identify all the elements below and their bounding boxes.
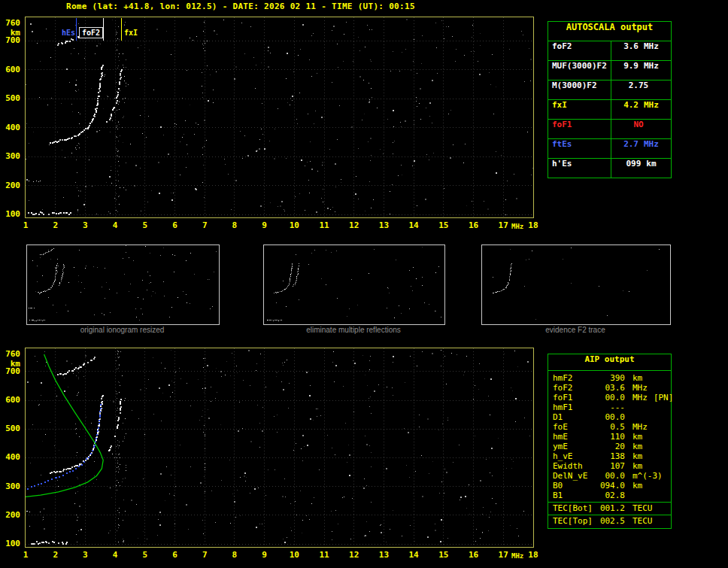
autoscala-output-table: AUTOSCALA output foF2 3.6MHz MUF(3000)F2… xyxy=(548,21,672,178)
value-text: 2.7 xyxy=(623,139,639,158)
x-axis-unit-label: MHz xyxy=(511,223,523,230)
param-value: 00.0 xyxy=(599,412,625,422)
x-tick-label: 12 xyxy=(347,550,362,560)
x-tick-label: 7 xyxy=(197,220,212,230)
param-value: 094.0 xyxy=(599,481,625,491)
y-tick-label: 760 xyxy=(2,18,20,28)
x-tick-label: 7 xyxy=(197,550,212,560)
x-tick-label: 4 xyxy=(108,220,123,230)
param-name: foF1 xyxy=(553,393,599,402)
aip-row-hve: h_vE138km xyxy=(548,451,671,461)
fof2-marker-label: foF2 xyxy=(82,29,100,37)
x-tick-label: 2 xyxy=(48,220,63,230)
param-name: Ewidth xyxy=(553,461,599,471)
y-tick-label: 400 xyxy=(2,452,20,462)
param-value: 00.0 xyxy=(599,471,625,481)
param-value: 03.6 xyxy=(599,383,625,393)
x-tick-label: 4 xyxy=(108,550,123,560)
table-row-fxi: fxI 4.2MHz xyxy=(548,100,671,120)
unit-text: km xyxy=(632,432,642,442)
param-name: B0 xyxy=(553,481,599,491)
x-tick-label: 11 xyxy=(317,550,332,560)
y-tick-label: 200 xyxy=(2,510,20,520)
param-value: 3.6MHz xyxy=(611,41,671,60)
y-axis-unit-label: km xyxy=(2,359,20,369)
param-value: 390 xyxy=(599,373,625,383)
param-name: hmF1 xyxy=(553,402,599,412)
y-axis-unit-label: km xyxy=(2,28,20,38)
x-tick-label: 8 xyxy=(227,220,242,230)
extra-text: [PN] xyxy=(654,393,674,402)
x-tick-label: 5 xyxy=(138,550,153,560)
y-tick-label: 400 xyxy=(2,123,20,132)
param-value: 001.2 xyxy=(599,503,625,513)
value-text: 2.75 xyxy=(629,80,649,99)
table-row-hpes: h'Es 099km xyxy=(548,159,671,178)
x-tick-label: 6 xyxy=(168,550,183,560)
ionogram-canvas-bottom xyxy=(26,348,533,547)
table-row-fof1: foF1 NO xyxy=(548,120,671,139)
x-tick-label: 13 xyxy=(376,550,391,560)
param-value: 110 xyxy=(599,432,625,442)
x-tick-label: 15 xyxy=(436,220,451,230)
ionogram-plot-bottom xyxy=(25,348,534,548)
param-value: 9.9MHz xyxy=(611,61,671,80)
param-name: TEC[Top] xyxy=(553,516,599,526)
value-text: 4.2 xyxy=(623,100,639,119)
unit-text: MHz xyxy=(632,383,648,393)
param-name: h_vE xyxy=(553,451,599,461)
fof2-marker-line xyxy=(103,18,104,41)
unit-text: MHz xyxy=(632,393,648,402)
param-name: fxI xyxy=(548,100,611,119)
y-tick-label: 500 xyxy=(2,424,20,433)
fxi-marker-label: fxI xyxy=(124,29,138,37)
x-tick-label: 5 xyxy=(138,220,153,230)
aip-row-b1: B102.8 xyxy=(548,491,671,500)
param-name: ftEs xyxy=(548,139,611,158)
y-tick-label: 300 xyxy=(2,481,20,491)
param-value: 2.75 xyxy=(611,80,671,99)
aip-row-yme: ymE20km xyxy=(548,442,671,451)
y-tick-label: 100 xyxy=(2,539,20,548)
aip-row-hmf1: hmF1--- xyxy=(548,402,671,412)
aip-row-hme: hmE110km xyxy=(548,432,671,442)
unit-text: km xyxy=(646,159,656,178)
param-name: TEC[Bot] xyxy=(553,503,599,513)
aip-row-hmf2: hmF2390km xyxy=(548,373,671,383)
y-tick-label: 600 xyxy=(2,395,20,405)
unit-text: km xyxy=(632,451,642,461)
unit-text: km xyxy=(632,442,642,451)
x-tick-label: 15 xyxy=(436,550,451,560)
x-tick-label: 1 xyxy=(18,550,33,560)
aip-row-tecbot: TEC[Bot]001.2TECU xyxy=(548,502,671,513)
x-tick-label: 9 xyxy=(257,550,272,560)
x-tick-label: 13 xyxy=(376,220,391,230)
autoscala-table-header: AUTOSCALA output xyxy=(548,22,671,41)
thumbnail-caption-2: eliminate multiple reflections xyxy=(263,326,444,334)
param-name: B1 xyxy=(553,491,599,500)
x-tick-label: 3 xyxy=(77,220,93,230)
param-value: 4.2MHz xyxy=(611,100,671,119)
x-tick-label: 18 xyxy=(526,220,541,230)
param-value: 138 xyxy=(599,451,625,461)
param-name: MUF(3000)F2 xyxy=(548,61,611,80)
unit-text: MHz xyxy=(644,41,659,60)
value-text: 3.6 xyxy=(623,41,639,60)
fxi-marker-line xyxy=(121,18,122,41)
table-row-m3000f2: M(3000)F2 2.75 xyxy=(548,80,671,100)
y-tick-label: 100 xyxy=(2,209,20,219)
x-tick-label: 16 xyxy=(466,220,481,230)
unit-text: km xyxy=(632,481,642,491)
param-name: foE xyxy=(553,422,599,432)
y-tick-label: 300 xyxy=(2,151,20,161)
x-tick-label: 10 xyxy=(287,220,302,230)
x-tick-label: 9 xyxy=(257,220,272,230)
thumbnail-f2-trace xyxy=(481,245,671,325)
ftes-marker-line xyxy=(76,18,77,41)
thumbnail-canvas-1 xyxy=(27,245,217,323)
value-text: 9.9 xyxy=(623,61,639,80)
thumbnail-canvas-3 xyxy=(482,245,669,323)
unit-text: MHz xyxy=(644,61,659,80)
aip-table-header: AIP output xyxy=(548,354,671,371)
x-tick-label: 3 xyxy=(77,550,93,560)
